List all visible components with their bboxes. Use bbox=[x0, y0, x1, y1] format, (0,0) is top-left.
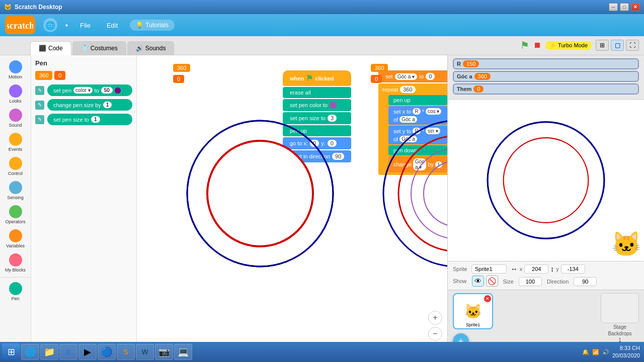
control-color bbox=[9, 157, 22, 170]
menu-file[interactable]: File bbox=[76, 20, 95, 31]
small-view-button[interactable]: ⊞ bbox=[596, 40, 609, 51]
erase-all-label: erase all bbox=[290, 89, 311, 96]
goca-change-dropdown[interactable]: Góc a ▾ bbox=[413, 158, 426, 170]
var-goca-display: Góc a 360 bbox=[453, 71, 639, 82]
variable-indicators: 360 0 bbox=[35, 71, 132, 81]
tab-sounds[interactable]: 🔊 Sounds bbox=[127, 41, 175, 55]
y-input[interactable] bbox=[561, 264, 585, 274]
fullscreen-button[interactable]: ⛶ bbox=[626, 40, 639, 51]
category-my-blocks[interactable]: My Blocks bbox=[3, 251, 28, 275]
category-motion[interactable]: Motion bbox=[3, 58, 28, 81]
tutorials-label: Tutorials bbox=[145, 22, 169, 29]
them-var-name: Them bbox=[457, 86, 471, 92]
script-canvas[interactable]: when ⚑ clicked erase all set pen color t… bbox=[137, 55, 448, 362]
erase-all-block[interactable]: erase all bbox=[283, 87, 351, 98]
arrows-icon: ↔ bbox=[511, 265, 518, 273]
point-in-direction-block[interactable]: point in direction 90 bbox=[283, 150, 351, 162]
them-var-value: 0 bbox=[473, 85, 484, 93]
zoom-in-button[interactable]: + bbox=[428, 311, 442, 325]
taskbar-app-scratch-s[interactable]: S bbox=[117, 344, 135, 360]
goto-block[interactable]: go to x: 0 y: 0 bbox=[283, 137, 351, 149]
goca-var-y: Góc a bbox=[399, 136, 417, 142]
set-pen-color-label: set pen bbox=[53, 87, 71, 94]
change-pen-size-block[interactable]: change pen size by 1 bbox=[47, 99, 132, 111]
pen-up-inner-label: pen up bbox=[393, 97, 411, 103]
direction-input[interactable] bbox=[574, 277, 597, 286]
category-pen[interactable]: Pen bbox=[3, 280, 28, 303]
blocks-panel: Pen 360 0 ✎ set pen color ▾ to 50 ✎ chan… bbox=[31, 55, 137, 362]
set-y-block[interactable]: set y to R * sin ▾ of Góc a bbox=[388, 126, 447, 144]
sprite-delete-button[interactable]: ✕ bbox=[484, 295, 491, 302]
minimize-button[interactable]: ─ bbox=[609, 3, 618, 11]
sprite-thumb-sprite1[interactable]: 🐱 ✕ Sprite1 bbox=[453, 293, 493, 329]
tab-code[interactable]: ⬛ Code bbox=[30, 41, 71, 55]
backdrops-label: Backdrops bbox=[608, 331, 631, 336]
goca-dropdown[interactable]: Góc a ▾ bbox=[395, 73, 417, 80]
set-pen-size-block[interactable]: set pen size to 1 bbox=[47, 114, 132, 125]
sin-dropdown[interactable]: sin ▾ bbox=[426, 128, 440, 134]
sprite-show-row: Show 👁 🚫 Size Direction bbox=[453, 276, 639, 287]
taskbar-app-folder[interactable]: 📁 bbox=[40, 344, 58, 360]
taskbar-app-misc2[interactable]: 💻 bbox=[174, 344, 192, 360]
taskbar-app-ie2[interactable]: e bbox=[59, 344, 77, 360]
pen-down-block[interactable]: pen down bbox=[388, 145, 447, 155]
category-control[interactable]: Control bbox=[3, 155, 28, 178]
x-input[interactable] bbox=[524, 264, 548, 274]
looks-color bbox=[9, 84, 22, 98]
category-looks[interactable]: Looks bbox=[3, 82, 28, 106]
maximize-button[interactable]: □ bbox=[620, 3, 629, 11]
category-operators[interactable]: Operators bbox=[3, 203, 28, 226]
set-pen-color-to-block[interactable]: set pen color to bbox=[283, 99, 351, 111]
motion-color bbox=[9, 60, 22, 73]
show-visible-button[interactable]: 👁 bbox=[472, 276, 484, 287]
set-pen-color-block[interactable]: set pen color ▾ to 50 bbox=[47, 84, 132, 96]
direction-value: 90 bbox=[332, 153, 344, 160]
when-clicked-block[interactable]: when ⚑ clicked bbox=[283, 70, 351, 86]
tab-costumes[interactable]: 👕 Costumes bbox=[72, 41, 126, 55]
pen-up-block[interactable]: pen up bbox=[283, 125, 351, 136]
normal-view-button[interactable]: ▢ bbox=[611, 40, 624, 51]
stage-variables: R 150 Góc a 360 Them 0 bbox=[448, 55, 644, 100]
taskbar-app-word[interactable]: W bbox=[136, 344, 154, 360]
taskbar-app-chrome[interactable]: 🔵 bbox=[98, 344, 116, 360]
pen-down-label: pen down bbox=[393, 147, 418, 153]
pen-label: Pen bbox=[11, 296, 19, 301]
script-group-2: set Góc a ▾ to 0 repeat 360 pen up set x… bbox=[378, 70, 448, 175]
canvas-mid-0: 0 bbox=[371, 75, 382, 82]
size-input[interactable] bbox=[519, 277, 542, 286]
stage-backdrop-thumb[interactable] bbox=[601, 293, 639, 323]
set-pen-size-to-3-block[interactable]: set pen size to 3 bbox=[283, 112, 351, 124]
tutorials-button[interactable]: 💡 Tutorials bbox=[130, 20, 175, 31]
repeat-block[interactable]: repeat 360 pen up set x to R * cos ▾ of … bbox=[378, 83, 448, 175]
app-icon: 🐱 bbox=[4, 4, 12, 11]
pen-up-inner-block[interactable]: pen up bbox=[388, 95, 447, 105]
cos-dropdown[interactable]: cos ▾ bbox=[426, 108, 441, 115]
taskbar-app-misc1[interactable]: 📷 bbox=[155, 344, 173, 360]
stop-button[interactable]: ⏹ bbox=[533, 41, 541, 50]
goca-var-value: 360 bbox=[474, 73, 491, 80]
taskbar-app-media[interactable]: ▶ bbox=[78, 344, 97, 360]
change-pen-size-label: change pen size by bbox=[53, 102, 101, 108]
zoom-out-button[interactable]: − bbox=[428, 327, 442, 341]
change-goca-block[interactable]: change Góc a ▾ by 1 bbox=[388, 156, 447, 172]
category-sound[interactable]: Sound bbox=[3, 107, 28, 130]
green-flag-button[interactable]: ⚑ bbox=[520, 39, 529, 51]
set-goca-block[interactable]: set Góc a ▾ to 0 bbox=[378, 70, 448, 82]
color-dropdown[interactable]: color ▾ bbox=[73, 87, 92, 94]
category-variables[interactable]: Variables bbox=[3, 227, 28, 250]
category-events[interactable]: Events bbox=[3, 131, 28, 154]
category-sensing[interactable]: Sensing bbox=[3, 179, 28, 202]
edit-icon-2: ✎ bbox=[35, 101, 44, 110]
taskbar-app-ie[interactable]: 🌐 bbox=[21, 344, 39, 360]
set-x-block[interactable]: set x to R * cos ▾ of Góc a bbox=[388, 106, 447, 125]
start-button[interactable]: ⊞ bbox=[2, 343, 20, 360]
sound-color bbox=[9, 109, 22, 122]
when-hat-label: when bbox=[290, 75, 304, 81]
close-button[interactable]: ✕ bbox=[631, 3, 640, 11]
window-title: Scratch Desktop bbox=[15, 4, 62, 11]
language-button[interactable]: 🌐 bbox=[43, 18, 57, 32]
show-hidden-button[interactable]: 🚫 bbox=[486, 276, 498, 287]
costumes-icon: 👕 bbox=[81, 45, 89, 52]
menu-edit[interactable]: Edit bbox=[103, 20, 122, 31]
sprite-name-input[interactable] bbox=[471, 264, 507, 274]
